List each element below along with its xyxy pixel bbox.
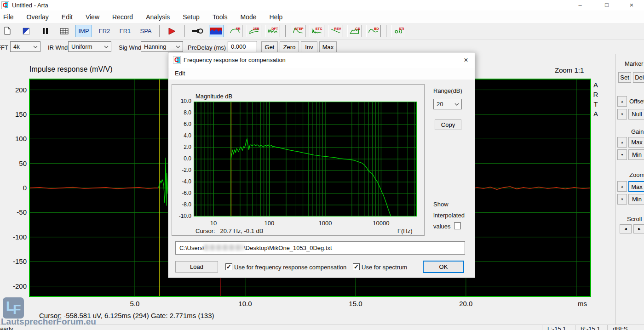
menu-item-mode[interactable]: Mode (234, 13, 263, 21)
mode-button-spa[interactable]: SPA (138, 25, 154, 37)
ir-window-select[interactable]: Uniform (68, 41, 111, 52)
offset-down-button[interactable]: ▼ (617, 109, 627, 119)
gain-min-button[interactable]: Min (628, 149, 644, 160)
gain-down-button[interactable]: ▼ (617, 149, 627, 160)
statusbar: Ready L:-15.1R:-15.1dBFS (0, 324, 644, 330)
compensation-dialog: C Frequency response for compensation × … (168, 52, 475, 278)
gain-max-button[interactable]: Max (628, 137, 644, 148)
menu-item-record[interactable]: Record (106, 13, 139, 21)
new-document-icon[interactable] (0, 25, 15, 37)
inv-button[interactable]: Inv (301, 41, 317, 52)
status-separator (575, 325, 575, 330)
menu-item-help[interactable]: Help (263, 13, 289, 21)
axis-tick-label: 10.0 (234, 300, 256, 307)
axis-tick-label: 150 (2, 110, 27, 118)
status-separator (607, 325, 608, 330)
x-unit-label: ms (578, 300, 587, 307)
axis-tick-label: 4.0 (173, 132, 191, 139)
window-titlebar: C Untitled - Arta – □ × (0, 0, 644, 11)
minimize-button[interactable]: – (569, 0, 591, 11)
mode-button-fr1[interactable]: FR1 (117, 25, 133, 37)
marker-set-button[interactable]: Set (618, 72, 631, 83)
analysis-button-bd[interactable]: BD (366, 25, 381, 37)
analysis-button-etc[interactable]: ETC (310, 25, 324, 37)
offset-null-button[interactable]: Null (628, 109, 644, 119)
dialog-titlebar: C Frequency response for compensation × (168, 52, 475, 68)
sigwnd-label: Sig Wnd (119, 44, 141, 51)
menu-item-overlay[interactable]: Overlay (20, 13, 55, 21)
analysis-button-sti[interactable]: STI (391, 25, 406, 37)
svg-text:REV: REV (334, 27, 341, 31)
gain-label: Gain (631, 128, 644, 135)
table-icon[interactable] (57, 25, 71, 37)
maximize-button[interactable]: □ (596, 0, 617, 11)
analysis-button-2fr[interactable]: 2FR (247, 25, 261, 37)
marker-del-button[interactable]: Del (633, 72, 644, 83)
close-button[interactable]: × (621, 0, 642, 11)
axis-tick-label: -150 (2, 257, 27, 265)
max-button[interactable]: Max (319, 41, 337, 52)
predelay-label: PreDelay (ms) (188, 44, 226, 51)
scroll-right-button[interactable]: ► (633, 224, 644, 233)
mode-button-imp[interactable]: IMP (75, 25, 92, 37)
analysis-button-fr[interactable]: FR (228, 25, 242, 37)
analysis-button-rev[interactable]: REV (328, 25, 343, 37)
menu-item-file[interactable]: File (0, 13, 20, 21)
svg-text:STEP: STEP (294, 27, 303, 31)
load-button[interactable]: Load (175, 261, 218, 273)
use-for-spectrum-checkbox[interactable]: ✓ (353, 263, 360, 270)
predelay-input[interactable] (228, 41, 257, 52)
axis-tick-label: 6.0 (173, 121, 191, 127)
toolbar-separator (159, 25, 160, 37)
pause-icon[interactable] (38, 25, 52, 37)
zoom-min-button[interactable]: Min (628, 194, 644, 205)
magnitude-chart-title: Magnitude dB (196, 93, 232, 100)
axis-tick-label: 100 (255, 220, 283, 227)
dialog-close-icon[interactable]: × (461, 55, 471, 65)
fft-size-select[interactable]: 4k (10, 41, 40, 52)
menu-item-tools[interactable]: Tools (206, 13, 234, 21)
file-path-field[interactable]: C:\Users\\Desktop\MikOne_1053_0Deg.txt (175, 241, 465, 255)
signal-record-icon[interactable] (209, 25, 224, 37)
zoom-up-button[interactable]: ▲ (617, 181, 627, 192)
menu-item-view[interactable]: View (79, 13, 106, 21)
axis-tick-label: 200 (2, 86, 27, 94)
axis-tick-label: 2.0 (173, 144, 191, 150)
mode-button-fr2[interactable]: FR2 (96, 25, 113, 37)
menu-item-setup[interactable]: Setup (176, 13, 206, 21)
axis-tick-label: -4.0 (173, 178, 191, 185)
zoom-max-button[interactable]: Max (628, 181, 644, 192)
arta-watermark: ARTA (592, 80, 599, 119)
magnitude-plot[interactable] (194, 102, 417, 216)
generator-icon[interactable] (190, 25, 205, 37)
get-button[interactable]: Get (261, 41, 278, 52)
status-field: dBFS (613, 325, 628, 330)
split-view-icon[interactable] (19, 25, 34, 37)
ok-button[interactable]: OK (423, 261, 464, 273)
analysis-button-step[interactable]: STEP (291, 25, 305, 37)
toolbar-separator (285, 25, 286, 37)
menu-item-edit[interactable]: Edit (55, 13, 79, 21)
dialog-menu-edit[interactable]: Edit (175, 70, 185, 77)
magnitude-cursor-text: Cursor: 20.7 Hz, -0.1 dB (196, 228, 263, 234)
gain-up-button[interactable]: ▲ (617, 137, 627, 148)
copy-button[interactable]: Copy (435, 119, 461, 130)
zoom-down-button[interactable]: ▼ (617, 194, 627, 205)
status-separator (542, 325, 542, 330)
signal-window-select[interactable]: Hanning (141, 41, 183, 52)
range-db-select[interactable]: 20 (433, 99, 462, 109)
analysis-button-dft[interactable]: DFT (265, 25, 280, 37)
zoom-label: Zoom (629, 171, 644, 178)
dialog-title: Frequency response for compensation (184, 57, 286, 63)
menu-item-analysis[interactable]: Analysis (139, 13, 176, 21)
axis-tick-label: 10.0 (173, 98, 191, 104)
analysis-button-cs[interactable]: CS (347, 25, 362, 37)
play-icon[interactable] (165, 25, 179, 37)
use-for-compensation-checkbox[interactable]: ✓ (225, 263, 232, 270)
show-interpolated-checkbox[interactable] (454, 222, 461, 229)
scroll-label: Scroll (627, 216, 642, 222)
scroll-left-button[interactable]: ◄ (620, 224, 632, 233)
axis-tick-label: -50 (2, 208, 27, 216)
zero-button[interactable]: Zero (280, 41, 299, 52)
offset-up-button[interactable]: ▲ (617, 96, 627, 107)
